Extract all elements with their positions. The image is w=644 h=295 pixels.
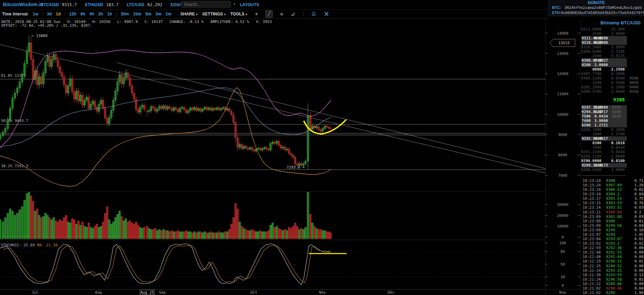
volume-bar	[19, 210, 21, 237]
volume-bar	[135, 222, 137, 237]
ticker-pair-btc-usd[interactable]: BTC/USD9315.7	[40, 2, 77, 7]
candle	[187, 111, 189, 113]
trade-time: 10:23:09	[583, 219, 601, 223]
interval-1h[interactable]: 1h	[107, 12, 112, 16]
trade-row: 10:23:099301.880.039	[581, 214, 644, 219]
candle-color-strip	[146, 237, 148, 239]
candle-color-strip	[272, 237, 273, 239]
candle	[4, 128, 6, 132]
donate-panel: DONATE BTC: 3H24hYYe2zama2v88PJ3bMJedLRo…	[548, 0, 644, 16]
ticker-pair-eth-usd[interactable]: ETH/USD183.7	[85, 2, 119, 7]
volume-bar	[12, 211, 13, 237]
order-amount: 2.0000	[603, 89, 625, 94]
candle-color-strip	[312, 237, 313, 239]
volume-bar	[98, 227, 100, 237]
candle-color-strip	[30, 237, 32, 239]
horizontal-lines-tool-icon[interactable]: ≡	[280, 11, 283, 17]
price-chart[interactable]: 61.8% 1172650.0% 9493.738.2% 7261.3← 138…	[0, 19, 581, 295]
move-expand-icon[interactable]	[324, 11, 329, 16]
order-price: 9293.1900	[581, 127, 601, 132]
btc-address[interactable]: 3H24hYYe2zama2v88PJ3bMJedLRoo1zgUd	[564, 5, 642, 10]
interval-3m[interactable]: 3m	[155, 12, 161, 16]
interval-6h[interactable]: 6h	[81, 12, 85, 16]
candle-color-strip	[121, 237, 122, 239]
candle-color-strip	[276, 237, 278, 239]
candle-color-strip	[200, 237, 201, 239]
volume-bar	[143, 227, 145, 237]
bid-row: 74003.9000	[582, 119, 627, 123]
trade-time: 10:23:02	[583, 241, 601, 246]
order-amount: 25.000	[603, 27, 625, 32]
interval-4h[interactable]: 4h	[90, 12, 94, 16]
trade-time: 10:22:48	[583, 255, 601, 259]
pair-price: 62.292	[148, 2, 162, 7]
volume-bar	[175, 232, 177, 237]
candle-color-strip	[229, 237, 230, 239]
alert-bell-icon[interactable]	[311, 11, 316, 16]
orderbook-panel: Bitstamp BTC/USD 9311.890025.00041001.00…	[581, 19, 644, 295]
volume-bar	[177, 231, 179, 237]
interval-1m[interactable]: 1m	[165, 12, 171, 16]
bid-row: 9291.21000.0434	[581, 150, 644, 154]
interval-3d[interactable]: 3d	[47, 12, 52, 16]
crosshair-plus-icon[interactable]: +	[255, 11, 258, 17]
interval-30m[interactable]: 30m	[121, 12, 129, 16]
interval-5m[interactable]: 5m	[145, 12, 151, 16]
candle	[92, 101, 94, 104]
trade-price: 9290.51	[606, 259, 622, 263]
trade-amount: 0.0035	[634, 255, 644, 259]
search-dropdown-caret-icon[interactable]: ▾	[232, 2, 237, 7]
ticker-pair-ltc-usd[interactable]: LTC/USD62.292	[127, 2, 162, 7]
candle-color-strip	[156, 237, 158, 239]
trade-amount: 0.0092	[634, 250, 644, 255]
interval-1w[interactable]: 1w	[33, 12, 38, 16]
candle	[156, 109, 158, 111]
candle	[276, 142, 278, 144]
candle	[189, 108, 191, 111]
trade-row: 10:22:149293.310.0036	[581, 268, 644, 273]
candle-color-strip	[63, 237, 65, 239]
trade-amount: 0.028	[634, 187, 644, 192]
depth-level: 9150	[608, 114, 621, 119]
candle	[264, 147, 265, 149]
search-input[interactable]	[181, 1, 231, 8]
trade-time: 10:23:24	[583, 179, 601, 183]
volume-bar	[123, 221, 125, 237]
volume-bar	[328, 232, 330, 237]
depth-level: 9450	[625, 81, 639, 85]
candle-color-strip	[231, 237, 232, 239]
candle	[108, 118, 110, 124]
candle	[146, 111, 148, 112]
candle	[177, 109, 179, 112]
candle-color-strip	[84, 237, 85, 239]
order-price: 9290.0000	[581, 159, 601, 163]
interval-selector: 1w3d1d12h6h4h2h1h30m15m5m3m1m	[33, 12, 172, 16]
candle	[309, 115, 311, 129]
menu-share[interactable]: SHARE ▾	[180, 12, 198, 16]
pair-label: BTC/USD	[40, 2, 59, 7]
trendline-tool-icon[interactable]: ╱	[266, 11, 272, 17]
candle	[261, 149, 263, 150]
menu-tools[interactable]: TOOLS ▾	[230, 12, 247, 16]
trade-row: 10:23:049293.870.0141	[581, 237, 644, 241]
volume-bar	[117, 214, 118, 237]
trade-time: 10:23:11	[583, 210, 601, 214]
candle	[57, 60, 59, 67]
volume-bar	[324, 231, 326, 237]
menu-settings[interactable]: SETTINGS ▾	[202, 12, 226, 16]
candle	[40, 77, 42, 84]
site-logo[interactable]: BitcoinWisdom.io	[3, 2, 43, 7]
trade-row: 10:22:259290.510.0072	[581, 264, 644, 268]
layouts-link[interactable]: LAYOUTS	[240, 2, 259, 7]
interval-1d[interactable]: 1d	[56, 12, 61, 16]
interval-12h[interactable]: 12h	[69, 12, 77, 16]
candle	[94, 101, 96, 107]
volume-bar	[121, 217, 122, 237]
candle	[67, 86, 69, 93]
interval-2h[interactable]: 2h	[98, 12, 103, 16]
candle-color-strip	[7, 237, 9, 239]
interval-15m[interactable]: 15m	[133, 12, 141, 16]
eth-address[interactable]: 0xD686B28a47A58EDd436A35cf5eb5442f0ff	[561, 10, 644, 15]
candle-color-strip	[220, 237, 222, 239]
fan-lines-tool-icon[interactable]	[291, 11, 296, 16]
